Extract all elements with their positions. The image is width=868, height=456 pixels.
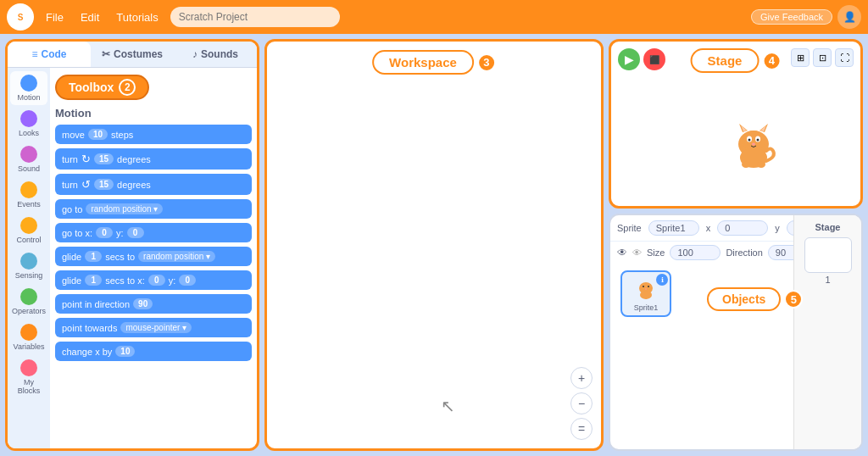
sounds-icon: ♪ (192, 48, 198, 60)
objects-panel: Sprite Sprite1 x 0 y 0 👁 👁 Size 100 Dire… (609, 214, 863, 451)
block-move[interactable]: move 10 steps (55, 125, 252, 144)
feedback-button[interactable]: Give Feedback (751, 9, 832, 25)
top-nav: File Edit Tutorials (39, 9, 165, 25)
svg-point-16 (648, 286, 649, 287)
nav-file[interactable]: File (39, 9, 70, 25)
block-glide-xy[interactable]: glide 1 secs to x: 0 y: 0 (55, 270, 252, 290)
svg-point-13 (757, 161, 765, 168)
toolbox-label: Toolbox 2 (55, 75, 149, 100)
sidebar-item-sound[interactable]: Sound (10, 142, 47, 176)
sidebar-item-myblocks[interactable]: My Blocks (10, 356, 47, 398)
tab-sounds[interactable]: ♪ Sounds (174, 42, 257, 67)
workspace-panel: Workspace 3 ↖ + − = (264, 39, 604, 451)
block-turn-cw[interactable]: turn ↻ 15 degrees (55, 148, 252, 170)
blocks-list: Toolbox 2 Motion move 10 steps turn ↻ 15… (50, 68, 257, 448)
category-sidebar: Motion Looks Sound Events Control (8, 68, 50, 448)
right-panel: ▶ ⬛ Stage 4 ⊞ ⊡ ⛶ (609, 39, 863, 451)
stage-small-button[interactable]: ⊞ (791, 48, 810, 67)
svg-point-9 (757, 139, 760, 142)
sidebar-item-sensing[interactable]: Sensing (10, 249, 47, 283)
nav-tutorials[interactable]: Tutorials (109, 9, 164, 25)
scratch-logo[interactable]: S (7, 3, 34, 31)
sprite-x-field[interactable]: 0 (717, 220, 768, 236)
sidebar-item-motion[interactable]: Motion (10, 71, 47, 105)
block-goto-random[interactable]: go to random position ▾ (55, 199, 252, 219)
costumes-icon: ✂ (102, 48, 110, 60)
tab-code[interactable]: ≡ Code (8, 42, 91, 67)
sprite-name-field[interactable]: Sprite1 (648, 220, 699, 236)
zoom-in-button[interactable]: + (570, 367, 593, 389)
blocks-area: Motion Looks Sound Events Control (8, 68, 257, 448)
sprite-thumb-label: Sprite1 (634, 303, 659, 312)
block-change-x[interactable]: change x by 10 (55, 342, 252, 361)
hide-sprite-toggle[interactable]: 👁 (632, 247, 642, 258)
fit-button[interactable]: = (570, 418, 593, 440)
cursor-icon: ↖ (441, 396, 455, 416)
stage-view-controls: ⊞ ⊡ ⛶ (791, 48, 854, 67)
main-layout: ≡ Code ✂ Costumes ♪ Sounds Motion (0, 34, 868, 456)
backdrop-thumbnail[interactable] (804, 237, 852, 273)
workspace-label: Workspace (372, 50, 474, 75)
tab-costumes[interactable]: ✂ Costumes (91, 42, 174, 67)
cat-sprite (724, 119, 783, 172)
toolbox-panel: ≡ Code ✂ Costumes ♪ Sounds Motion (5, 39, 259, 451)
green-flag-button[interactable]: ▶ (618, 48, 640, 70)
svg-point-10 (752, 143, 755, 146)
zoom-out-button[interactable]: − (570, 392, 593, 414)
sprite-info-icon: ℹ (656, 274, 668, 286)
workspace-label-wrap: Workspace 3 (372, 50, 496, 75)
svg-point-15 (643, 286, 644, 287)
stage-badge: 4 (762, 52, 781, 70)
stage-large-button[interactable]: ⊡ (813, 48, 832, 67)
sidebar-item-control[interactable]: Control (10, 214, 47, 247)
stage-label-wrap: Stage 4 (691, 48, 782, 73)
stage-sidebar-title: Stage (815, 222, 841, 232)
top-bar: S File Edit Tutorials Give Feedback 👤 (0, 0, 868, 34)
tab-bar: ≡ Code ✂ Costumes ♪ Sounds (8, 42, 257, 68)
stage-sidebar: Stage 1 (793, 215, 861, 449)
sidebar-item-operators[interactable]: Operators (10, 285, 47, 319)
workspace-badge: 3 (477, 53, 496, 72)
block-point-towards[interactable]: point towards mouse-pointer ▾ (55, 318, 252, 337)
objects-badge: 5 (784, 290, 803, 309)
category-label: Motion (55, 107, 252, 120)
stage-panel: ▶ ⬛ Stage 4 ⊞ ⊡ ⛶ (609, 39, 863, 209)
backdrop-count: 1 (825, 275, 830, 285)
block-point-direction[interactable]: point in direction 90 (55, 294, 252, 314)
nav-edit[interactable]: Edit (74, 9, 106, 25)
project-name-input[interactable] (170, 7, 340, 27)
block-turn-ccw[interactable]: turn ↺ 15 degrees (55, 174, 252, 195)
code-icon: ≡ (31, 48, 37, 60)
svg-point-12 (742, 161, 750, 168)
stage-fullscreen-button[interactable]: ⛶ (835, 48, 854, 67)
workspace-controls: + − = (570, 367, 593, 440)
stage-playback-controls: ▶ ⬛ (618, 48, 665, 70)
sidebar-item-looks[interactable]: Looks (10, 107, 47, 141)
stop-button[interactable]: ⬛ (643, 48, 665, 70)
sidebar-item-events[interactable]: Events (10, 178, 47, 212)
user-icon[interactable]: 👤 (837, 5, 861, 29)
top-bar-right: Give Feedback 👤 (751, 5, 861, 29)
svg-point-17 (645, 288, 647, 290)
toolbox-badge: 2 (119, 79, 136, 96)
objects-label-wrap: Objects 5 (707, 287, 803, 311)
block-glide-random[interactable]: glide 1 secs to random position ▾ (55, 247, 252, 266)
sprite-size-field[interactable]: 100 (670, 245, 721, 260)
sidebar-item-variables[interactable]: Variables (10, 320, 47, 354)
show-sprite-toggle[interactable]: 👁 (617, 247, 627, 259)
sprite-thumb-sprite1[interactable]: ℹ Sprite1 (620, 270, 671, 317)
block-goto-xy[interactable]: go to x: 0 y: 0 (55, 223, 252, 242)
stage-label: Stage (691, 48, 760, 73)
svg-point-18 (640, 291, 652, 299)
objects-label: Objects (707, 287, 781, 311)
svg-point-8 (748, 139, 751, 142)
